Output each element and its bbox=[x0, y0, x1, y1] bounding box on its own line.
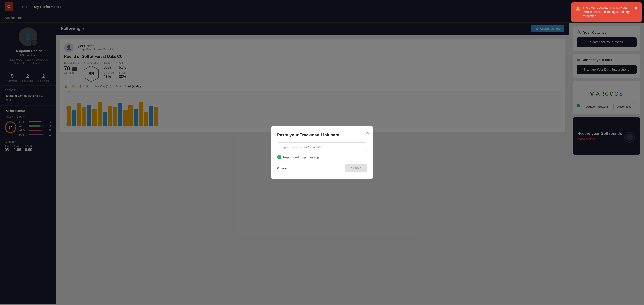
trackman-link-input[interactable] bbox=[277, 142, 367, 152]
error-toast: ⚠️ The given trackman link is invalid. P… bbox=[572, 2, 642, 22]
modal-success-message: ✓ Report sent for processing bbox=[277, 155, 367, 159]
warning-icon: ⚠️ bbox=[576, 6, 580, 11]
modal-submit-button[interactable]: Submit bbox=[346, 164, 367, 172]
modal-close-button[interactable]: Close bbox=[277, 166, 287, 170]
toast-message: The given trackman link is invalid. Plea… bbox=[583, 6, 632, 18]
toast-close-icon[interactable]: ✕ bbox=[634, 6, 638, 11]
modal-close-icon[interactable]: ✕ bbox=[366, 130, 369, 136]
modal-overlay: ✕ Paste your Trackman Link here. ✓ Repor… bbox=[0, 0, 644, 305]
success-icon: ✓ bbox=[277, 155, 281, 159]
trackman-modal: ✕ Paste your Trackman Link here. ✓ Repor… bbox=[270, 126, 374, 179]
modal-title: Paste your Trackman Link here. bbox=[277, 133, 367, 138]
modal-actions: Close Submit bbox=[277, 164, 367, 172]
success-text: Report sent for processing bbox=[283, 156, 319, 159]
